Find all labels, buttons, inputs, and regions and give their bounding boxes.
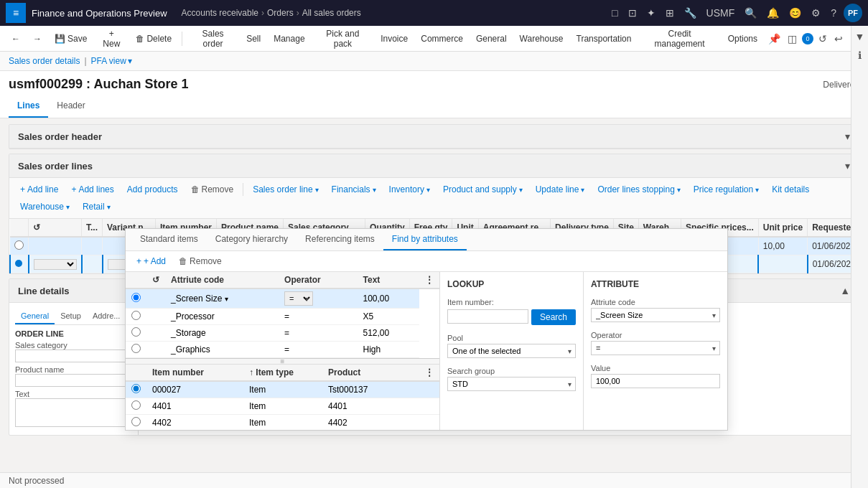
- add-lines-button[interactable]: + Add lines: [66, 182, 118, 197]
- filter-icon[interactable]: ▼: [853, 29, 867, 44]
- forward-button[interactable]: →: [27, 31, 47, 47]
- back-button[interactable]: ←: [6, 31, 26, 47]
- breadcrumb-orders[interactable]: Orders: [267, 8, 294, 18]
- sell-menu[interactable]: Sell: [241, 31, 266, 47]
- resize-handle[interactable]: ≡: [126, 358, 439, 364]
- dialog-add-button[interactable]: + + Add: [131, 254, 171, 268]
- general-menu[interactable]: General: [470, 31, 513, 47]
- retail-menu[interactable]: Retail▾: [78, 200, 116, 214]
- undo-icon[interactable]: ↩: [832, 31, 845, 47]
- result-radio-2[interactable]: [131, 400, 141, 410]
- new-button[interactable]: + New: [94, 26, 129, 52]
- search-button[interactable]: Search: [531, 309, 576, 325]
- operator-select[interactable]: = < >: [591, 341, 720, 355]
- credit-mgmt-menu[interactable]: Credit management: [638, 26, 720, 52]
- inventory-menu[interactable]: Inventory▾: [384, 182, 435, 197]
- attr-row-2[interactable]: _Processor = X5: [126, 309, 439, 325]
- tab-referencing-items[interactable]: Referencing items: [297, 229, 383, 250]
- cell-price-1: 10,00: [758, 237, 807, 255]
- tab-addre[interactable]: Addre...: [87, 309, 126, 324]
- user-avatar[interactable]: PF: [844, 4, 862, 22]
- refresh-icon[interactable]: ↺: [816, 31, 829, 47]
- add-line-button[interactable]: + Add line: [15, 182, 63, 197]
- col-radio-attr: [126, 272, 146, 288]
- split-icon[interactable]: ⊡: [625, 4, 640, 22]
- warehouse-menu[interactable]: Warehouse: [514, 31, 569, 47]
- row-radio-1[interactable]: [14, 240, 24, 250]
- commerce-menu[interactable]: Commerce: [415, 31, 469, 47]
- tab-category-hierarchy[interactable]: Category hierarchy: [207, 229, 297, 250]
- dialog-remove-button[interactable]: 🗑 Remove: [174, 254, 227, 268]
- search-icon[interactable]: 🔍: [742, 4, 760, 22]
- pool-label: Pool: [447, 334, 576, 342]
- sales-order-lines-toggle[interactable]: Sales order lines ▾: [9, 154, 859, 178]
- result-row-1[interactable]: 000027 Item Tst000137: [126, 381, 439, 398]
- result-radio-1[interactable]: [131, 384, 141, 393]
- tab-lines[interactable]: Lines: [9, 95, 48, 118]
- attr-row-1[interactable]: _Screen Size ▾ = 100,00: [126, 288, 439, 309]
- info-icon[interactable]: ℹ: [856, 47, 864, 63]
- attr-radio-4[interactable]: [131, 344, 141, 353]
- price-regulation-menu[interactable]: Price regulation▾: [689, 182, 764, 197]
- warehouse-menu-grid[interactable]: Warehouse▾: [15, 200, 75, 214]
- help-icon[interactable]: ?: [828, 4, 839, 22]
- text-textarea[interactable]: [15, 398, 132, 427]
- pool-select[interactable]: One of the selected All of the selected: [447, 344, 576, 358]
- maximize-icon[interactable]: □: [609, 4, 620, 22]
- tab-general[interactable]: General: [15, 309, 55, 324]
- sales-category-input[interactable]: [15, 349, 132, 362]
- attr-radio-2[interactable]: [131, 311, 141, 320]
- transportation-menu[interactable]: Transportation: [571, 31, 638, 47]
- kit-details-button[interactable]: Kit details: [767, 182, 814, 197]
- result-item-3: 4402: [146, 415, 243, 431]
- invoice-menu[interactable]: Invoice: [375, 31, 414, 47]
- item-number-input[interactable]: [447, 309, 528, 324]
- tab-find-by-attributes[interactable]: Find by attributes: [383, 229, 467, 250]
- dropdown-arrow-9: ▾: [107, 203, 111, 211]
- view-selector[interactable]: PFA view ▾: [91, 56, 132, 66]
- breadcrumb-accounts-receivable[interactable]: Accounts receivable: [182, 8, 258, 18]
- financials-menu[interactable]: Financials▾: [327, 182, 381, 197]
- add-products-button[interactable]: Add products: [122, 182, 183, 197]
- result-row-2[interactable]: 4401 Item 4401: [126, 398, 439, 415]
- attriute-code-select[interactable]: _Screen Size _Processor _Storage _Graphi…: [591, 308, 720, 322]
- pick-and-pack-menu[interactable]: Pick and pack: [312, 26, 374, 52]
- search-group-select[interactable]: STD: [447, 377, 576, 391]
- pin-icon[interactable]: 📌: [766, 31, 783, 47]
- attr-row-4[interactable]: _Graphics = High: [126, 342, 439, 358]
- attr-radio-3[interactable]: [131, 327, 141, 337]
- tab-header[interactable]: Header: [48, 95, 93, 118]
- delete-button[interactable]: 🗑Delete: [130, 31, 177, 47]
- sales-order-line-menu[interactable]: Sales order line▾: [248, 182, 323, 197]
- update-line-menu[interactable]: Update line▾: [531, 182, 590, 197]
- sales-order-header-toggle[interactable]: Sales order header ▾: [9, 125, 859, 149]
- tab-setup[interactable]: Setup: [55, 309, 87, 324]
- options-menu[interactable]: Options: [722, 31, 763, 47]
- type-select-2[interactable]: [34, 259, 77, 270]
- sales-order-menu[interactable]: Sales order: [187, 26, 239, 52]
- operator-select-1[interactable]: =: [284, 291, 313, 306]
- result-radio-3[interactable]: [131, 417, 141, 426]
- wrench-icon[interactable]: 🔧: [681, 4, 699, 22]
- sales-order-details-link[interactable]: Sales order details: [9, 56, 80, 66]
- order-lines-stopping-menu[interactable]: Order lines stopping▾: [592, 182, 685, 197]
- product-name-input[interactable]: [15, 374, 132, 387]
- star-icon[interactable]: ✦: [644, 4, 658, 22]
- collapse-icon: ▾: [845, 131, 850, 142]
- tab-standard-items[interactable]: Standard items: [131, 229, 207, 250]
- result-row-3[interactable]: 4402 Item 4402: [126, 415, 439, 431]
- product-supply-menu[interactable]: Product and supply▾: [438, 182, 528, 197]
- breadcrumb-all-sales-orders[interactable]: All sales orders: [302, 8, 361, 18]
- attr-radio-1[interactable]: [131, 293, 141, 302]
- emoji-icon[interactable]: 😊: [786, 4, 804, 22]
- grid-icon[interactable]: ⊞: [663, 4, 677, 22]
- expand-icon[interactable]: ◫: [785, 31, 799, 47]
- remove-button[interactable]: 🗑 Remove: [186, 182, 239, 197]
- settings-icon[interactable]: ⚙: [808, 4, 823, 22]
- notification-icon[interactable]: 🔔: [764, 4, 782, 22]
- value-input[interactable]: [591, 374, 720, 388]
- manage-menu[interactable]: Manage: [268, 31, 310, 47]
- app-menu-icon[interactable]: ≡: [6, 3, 26, 23]
- save-button[interactable]: 💾Save: [49, 31, 93, 47]
- attr-row-3[interactable]: _Storage = 512,00: [126, 325, 439, 342]
